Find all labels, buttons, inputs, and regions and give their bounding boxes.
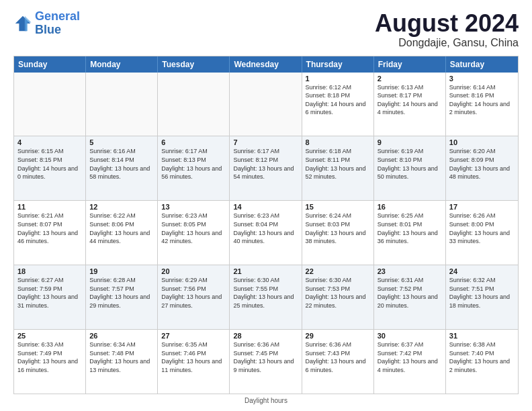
day-details: Sunrise: 6:29 AM Sunset: 7:56 PM Dayligh… xyxy=(161,276,226,310)
calendar-cell-7: 7Sunrise: 6:17 AM Sunset: 8:12 PM Daylig… xyxy=(230,136,302,200)
day-number: 20 xyxy=(161,267,226,275)
calendar-cell-empty-0-2 xyxy=(158,73,230,136)
day-details: Sunrise: 6:18 AM Sunset: 8:11 PM Dayligh… xyxy=(306,147,370,181)
day-number: 6 xyxy=(161,138,226,146)
day-details: Sunrise: 6:14 AM Sunset: 8:16 PM Dayligh… xyxy=(449,83,515,117)
calendar-row-2: 11Sunrise: 6:21 AM Sunset: 8:07 PM Dayli… xyxy=(14,201,518,265)
calendar-cell-13: 13Sunrise: 6:23 AM Sunset: 8:05 PM Dayli… xyxy=(158,201,230,265)
calendar-cell-11: 11Sunrise: 6:21 AM Sunset: 8:07 PM Dayli… xyxy=(14,201,86,265)
calendar-row-3: 18Sunrise: 6:27 AM Sunset: 7:59 PM Dayli… xyxy=(14,265,518,330)
svg-marker-0 xyxy=(15,16,30,31)
calendar-cell-24: 24Sunrise: 6:32 AM Sunset: 7:51 PM Dayli… xyxy=(446,265,518,329)
calendar-cell-9: 9Sunrise: 6:19 AM Sunset: 8:10 PM Daylig… xyxy=(374,136,446,200)
day-number: 27 xyxy=(161,332,226,340)
day-details: Sunrise: 6:25 AM Sunset: 8:01 PM Dayligh… xyxy=(378,212,442,245)
day-details: Sunrise: 6:16 AM Sunset: 8:14 PM Dayligh… xyxy=(89,147,154,181)
day-number: 28 xyxy=(233,332,298,340)
calendar-cell-6: 6Sunrise: 6:17 AM Sunset: 8:13 PM Daylig… xyxy=(158,136,230,200)
day-header-thursday: Thursday xyxy=(302,56,374,73)
day-number: 31 xyxy=(449,332,515,340)
day-number: 12 xyxy=(89,203,154,211)
day-number: 17 xyxy=(449,203,515,211)
day-details: Sunrise: 6:15 AM Sunset: 8:15 PM Dayligh… xyxy=(17,147,82,181)
calendar-cell-16: 16Sunrise: 6:25 AM Sunset: 8:01 PM Dayli… xyxy=(374,201,446,265)
calendar-cell-15: 15Sunrise: 6:24 AM Sunset: 8:03 PM Dayli… xyxy=(302,201,374,265)
calendar: SundayMondayTuesdayWednesdayThursdayFrid… xyxy=(13,56,519,394)
day-details: Sunrise: 6:19 AM Sunset: 8:10 PM Dayligh… xyxy=(378,147,442,181)
day-details: Sunrise: 6:12 AM Sunset: 8:18 PM Dayligh… xyxy=(306,83,370,117)
calendar-cell-4: 4Sunrise: 6:15 AM Sunset: 8:15 PM Daylig… xyxy=(14,136,86,200)
logo-icon xyxy=(13,14,32,33)
calendar-cell-29: 29Sunrise: 6:36 AM Sunset: 7:43 PM Dayli… xyxy=(302,330,374,394)
day-number: 23 xyxy=(378,267,442,275)
day-details: Sunrise: 6:17 AM Sunset: 8:12 PM Dayligh… xyxy=(233,147,298,181)
calendar-cell-19: 19Sunrise: 6:28 AM Sunset: 7:57 PM Dayli… xyxy=(86,265,158,329)
title-block: August 2024 Dongdajie, Gansu, China xyxy=(375,10,519,49)
day-details: Sunrise: 6:13 AM Sunset: 8:17 PM Dayligh… xyxy=(378,83,442,117)
day-number: 24 xyxy=(449,267,515,275)
calendar-cell-empty-0-1 xyxy=(86,73,158,136)
day-number: 1 xyxy=(306,75,370,83)
footer-note: Daylight hours xyxy=(13,397,519,404)
calendar-cell-30: 30Sunrise: 6:37 AM Sunset: 7:42 PM Dayli… xyxy=(374,330,446,394)
day-number: 30 xyxy=(378,332,442,340)
day-header-monday: Monday xyxy=(86,56,158,73)
day-details: Sunrise: 6:23 AM Sunset: 8:04 PM Dayligh… xyxy=(233,212,298,245)
day-number: 10 xyxy=(449,138,515,146)
day-number: 19 xyxy=(89,267,154,275)
day-header-sunday: Sunday xyxy=(14,56,86,73)
day-header-tuesday: Tuesday xyxy=(158,56,230,73)
day-number: 14 xyxy=(233,203,298,211)
day-number: 8 xyxy=(306,138,370,146)
day-number: 26 xyxy=(89,332,154,340)
calendar-row-1: 4Sunrise: 6:15 AM Sunset: 8:15 PM Daylig… xyxy=(14,136,518,201)
day-details: Sunrise: 6:33 AM Sunset: 7:49 PM Dayligh… xyxy=(17,340,82,374)
day-number: 3 xyxy=(449,75,515,83)
day-number: 22 xyxy=(306,267,370,275)
calendar-cell-21: 21Sunrise: 6:30 AM Sunset: 7:55 PM Dayli… xyxy=(230,265,302,329)
calendar-cell-17: 17Sunrise: 6:26 AM Sunset: 8:00 PM Dayli… xyxy=(446,201,518,265)
page: General Blue August 2024 Dongdajie, Gans… xyxy=(0,0,532,411)
day-number: 11 xyxy=(17,203,82,211)
day-number: 7 xyxy=(233,138,298,146)
calendar-cell-20: 20Sunrise: 6:29 AM Sunset: 7:56 PM Dayli… xyxy=(158,265,230,329)
day-details: Sunrise: 6:20 AM Sunset: 8:09 PM Dayligh… xyxy=(449,147,515,181)
calendar-cell-12: 12Sunrise: 6:22 AM Sunset: 8:06 PM Dayli… xyxy=(86,201,158,265)
day-number: 25 xyxy=(17,332,82,340)
calendar-cell-1: 1Sunrise: 6:12 AM Sunset: 8:18 PM Daylig… xyxy=(302,73,374,136)
day-details: Sunrise: 6:34 AM Sunset: 7:48 PM Dayligh… xyxy=(89,340,154,374)
day-details: Sunrise: 6:36 AM Sunset: 7:43 PM Dayligh… xyxy=(306,340,370,374)
calendar-cell-27: 27Sunrise: 6:35 AM Sunset: 7:46 PM Dayli… xyxy=(158,330,230,394)
day-details: Sunrise: 6:30 AM Sunset: 7:53 PM Dayligh… xyxy=(306,276,370,310)
calendar-cell-28: 28Sunrise: 6:36 AM Sunset: 7:45 PM Dayli… xyxy=(230,330,302,394)
header: General Blue August 2024 Dongdajie, Gans… xyxy=(13,10,519,49)
day-details: Sunrise: 6:32 AM Sunset: 7:51 PM Dayligh… xyxy=(449,276,515,310)
day-details: Sunrise: 6:26 AM Sunset: 8:00 PM Dayligh… xyxy=(449,212,515,245)
calendar-row-0: 1Sunrise: 6:12 AM Sunset: 8:18 PM Daylig… xyxy=(14,73,518,137)
day-number: 5 xyxy=(89,138,154,146)
day-details: Sunrise: 6:21 AM Sunset: 8:07 PM Dayligh… xyxy=(17,212,82,245)
day-details: Sunrise: 6:37 AM Sunset: 7:42 PM Dayligh… xyxy=(378,340,442,374)
calendar-cell-26: 26Sunrise: 6:34 AM Sunset: 7:48 PM Dayli… xyxy=(86,330,158,394)
calendar-cell-empty-0-3 xyxy=(230,73,302,136)
day-number: 21 xyxy=(233,267,298,275)
calendar-body: 1Sunrise: 6:12 AM Sunset: 8:18 PM Daylig… xyxy=(14,73,518,394)
day-number: 29 xyxy=(306,332,370,340)
calendar-cell-14: 14Sunrise: 6:23 AM Sunset: 8:04 PM Dayli… xyxy=(230,201,302,265)
day-header-saturday: Saturday xyxy=(446,56,518,73)
calendar-cell-10: 10Sunrise: 6:20 AM Sunset: 8:09 PM Dayli… xyxy=(446,136,518,200)
day-details: Sunrise: 6:28 AM Sunset: 7:57 PM Dayligh… xyxy=(89,276,154,310)
day-number: 15 xyxy=(306,203,370,211)
day-number: 4 xyxy=(17,138,82,146)
calendar-cell-23: 23Sunrise: 6:31 AM Sunset: 7:52 PM Dayli… xyxy=(374,265,446,329)
calendar-cell-18: 18Sunrise: 6:27 AM Sunset: 7:59 PM Dayli… xyxy=(14,265,86,329)
day-details: Sunrise: 6:22 AM Sunset: 8:06 PM Dayligh… xyxy=(89,212,154,245)
location: Dongdajie, Gansu, China xyxy=(375,37,519,49)
logo-text: General Blue xyxy=(35,10,80,37)
day-header-wednesday: Wednesday xyxy=(230,56,302,73)
day-details: Sunrise: 6:23 AM Sunset: 8:05 PM Dayligh… xyxy=(161,212,226,245)
calendar-cell-25: 25Sunrise: 6:33 AM Sunset: 7:49 PM Dayli… xyxy=(14,330,86,394)
day-details: Sunrise: 6:36 AM Sunset: 7:45 PM Dayligh… xyxy=(233,340,298,374)
day-number: 18 xyxy=(17,267,82,275)
calendar-cell-empty-0-0 xyxy=(14,73,86,136)
